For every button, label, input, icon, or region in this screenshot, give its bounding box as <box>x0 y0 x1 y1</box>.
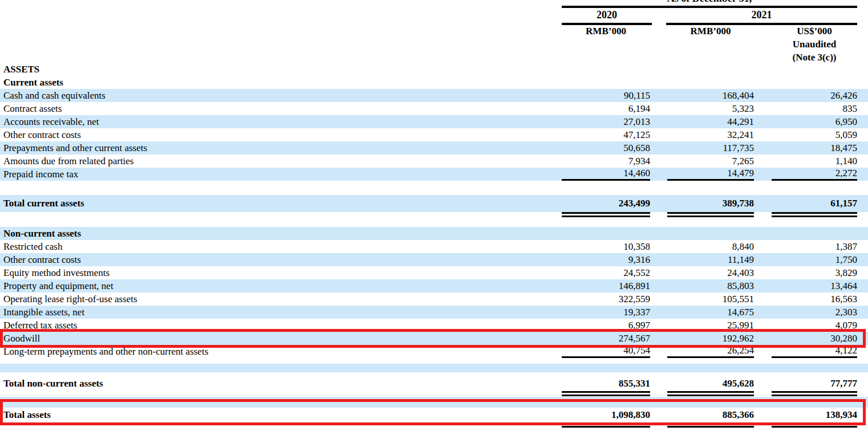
right-margin <box>857 63 868 76</box>
value: 117,735 <box>667 141 754 155</box>
right-margin <box>857 128 868 141</box>
row-contract-assets: Contract assets6,1945,323835 <box>0 102 868 115</box>
unit-label-usd: US$’000 <box>772 26 857 37</box>
value-cell: 1,140 <box>754 155 857 168</box>
value: 44,291 <box>667 115 754 128</box>
spacer-row <box>0 372 868 376</box>
value-cell: 146,891 <box>562 279 650 292</box>
value-cell: 10,358 <box>562 240 650 253</box>
value: 2,303 <box>772 306 857 319</box>
unit-label-rmb-2020: RMB’000 <box>562 26 650 37</box>
value-cell <box>562 212 650 218</box>
right-margin <box>857 306 868 319</box>
row-restricted-cash: Restricted cash10,3588,8401,387 <box>0 240 868 253</box>
right-margin <box>857 212 868 218</box>
value-cell: 85,803 <box>650 279 754 292</box>
value-cell: 8,840 <box>650 240 754 253</box>
row-total-current-assets: Total current assets243,499389,73861,157 <box>0 195 868 212</box>
value-cell: 13,464 <box>754 279 857 292</box>
row-assets: ASSETS <box>0 63 868 76</box>
double-rule-row <box>0 422 868 428</box>
value-cell: 3,829 <box>754 266 857 279</box>
value-cell: 25,991 <box>650 319 754 332</box>
value-cell: 7,265 <box>650 155 754 168</box>
double-underline <box>772 391 857 396</box>
header-rule-2020 <box>562 23 652 25</box>
value-cell: 14,479 <box>650 168 754 181</box>
value: 274,567 <box>562 332 650 345</box>
spacer-row <box>0 397 868 408</box>
value: 322,559 <box>562 292 650 306</box>
value-cell: 274,567 <box>562 332 650 345</box>
value-cell: 322,559 <box>562 292 650 306</box>
column-year-2021: 2021 <box>666 9 857 21</box>
row-prepayments-and-other-current-assets: Prepayments and other current assets50,6… <box>0 141 868 155</box>
value-cell: 30,280 <box>754 332 857 345</box>
value-cell <box>650 212 754 218</box>
right-margin <box>857 168 868 181</box>
value-cell <box>650 391 754 397</box>
row-label: Goodwill <box>0 332 562 345</box>
value-cell: 117,735 <box>650 141 754 155</box>
row-label: Other contract costs <box>0 128 562 141</box>
value-cell: 5,059 <box>754 128 857 141</box>
unit-label-rmb-2021: RMB’000 <box>667 26 754 37</box>
note-label: (Note 3(c)) <box>772 52 857 63</box>
balance-sheet-page: As of December 31, 2020 2021 RMB’000 RMB… <box>0 0 868 435</box>
row-label: Total non-current assets <box>0 376 562 391</box>
right-margin <box>857 115 868 128</box>
value: 14,479 <box>667 168 754 181</box>
value: 146,891 <box>562 279 650 292</box>
value-cell: 5,323 <box>650 102 754 115</box>
row-deferred-tax-assets: Deferred tax assets6,99725,9914,079 <box>0 319 868 332</box>
value-cell: 105,551 <box>650 292 754 306</box>
value-cell <box>562 422 650 428</box>
value: 168,404 <box>667 89 754 102</box>
value-cell: 14,675 <box>650 306 754 319</box>
spacer-row <box>0 181 868 195</box>
value-cell <box>562 391 650 397</box>
row-label: Property and equipment, net <box>0 279 562 292</box>
value: 26,426 <box>772 89 857 102</box>
right-margin <box>857 376 868 391</box>
value-cell: 1,387 <box>754 240 857 253</box>
value: 105,551 <box>667 292 754 306</box>
row-label: Contract assets <box>0 102 562 115</box>
value-cell: 138,934 <box>754 408 857 422</box>
value: 25,991 <box>667 319 754 332</box>
value: 3,829 <box>772 266 857 279</box>
row-intangible-assets-net: Intangible assets, net19,33714,6752,303 <box>0 306 868 319</box>
value-cell: 4,122 <box>754 345 857 358</box>
row-property-and-equipment-net: Property and equipment, net146,89185,803… <box>0 279 868 292</box>
right-margin <box>857 422 868 428</box>
value-cell: 90,115 <box>562 89 650 102</box>
value-cell: 19,337 <box>562 306 650 319</box>
header-title: As of December 31, <box>562 0 857 5</box>
value-cell <box>562 227 650 240</box>
value: 50,658 <box>562 141 650 155</box>
value-cell: 2,303 <box>754 306 857 319</box>
right-margin <box>857 292 868 306</box>
value-cell: 11,149 <box>650 253 754 266</box>
unaudited-label: Unaudited <box>772 39 857 50</box>
row-label: Equity method investments <box>0 266 562 279</box>
row-cash-and-cash-equivalents: Cash and cash equivalents90,115168,40426… <box>0 89 868 102</box>
double-underline <box>667 391 754 396</box>
value-cell <box>562 76 650 89</box>
row-label: Total assets <box>0 408 562 422</box>
value-cell: 50,658 <box>562 141 650 155</box>
row-label: Current assets <box>0 76 562 89</box>
row-total-non-current-assets: Total non-current assets855,331495,62877… <box>0 376 868 391</box>
right-margin <box>857 266 868 279</box>
value-cell: 18,475 <box>754 141 857 155</box>
right-margin <box>857 227 868 240</box>
row-label: Prepayments and other current assets <box>0 141 562 155</box>
value: 6,997 <box>562 319 650 332</box>
row-amounts-due-from-related-parties: Amounts due from related parties7,9347,2… <box>0 155 868 168</box>
value: 6,194 <box>562 102 650 115</box>
value: 7,934 <box>562 155 650 168</box>
value-cell: 4,079 <box>754 319 857 332</box>
right-margin <box>857 319 868 332</box>
value-cell: 855,331 <box>562 376 650 391</box>
value: 7,265 <box>667 155 754 168</box>
